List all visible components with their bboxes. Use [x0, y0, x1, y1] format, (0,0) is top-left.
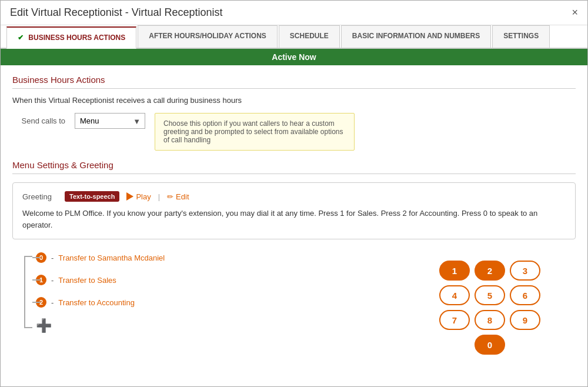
menu-item-link-0[interactable]: Transfer to Samantha Mcdaniel	[58, 253, 165, 262]
active-now-text: Active Now	[272, 52, 316, 62]
numpad-7[interactable]: 7	[439, 310, 470, 330]
send-calls-select-wrapper: Menu Voicemail Extension ▼	[75, 113, 145, 129]
tabs-container: ✔ BUSINESS HOURS ACTIONS AFTER HOURS/HOL…	[1, 25, 587, 49]
send-calls-label: Send calls to	[12, 113, 65, 125]
add-menu-item-button[interactable]: ➕	[36, 316, 427, 336]
greeting-text: Welcome to PLM Office. If you know your …	[22, 208, 566, 231]
menu-item-link-2[interactable]: Transfer to Accounting	[58, 298, 135, 307]
play-button[interactable]: Play	[126, 192, 151, 201]
numpad: 1 2 3 4 5 6 7 8 9 0	[427, 255, 552, 361]
bracket-top	[24, 256, 32, 257]
menu-item-2: 2 - Transfer to Accounting	[36, 293, 427, 311]
menu-items-area: 0 - Transfer to Samantha Mcdaniel 1 - Tr…	[12, 249, 576, 361]
menu-item-0: 0 - Transfer to Samantha Mcdaniel	[36, 249, 427, 266]
greeting-box: Greeting Text-to-speech Play | ✏ Edit We…	[12, 182, 576, 239]
tick-0	[32, 257, 41, 258]
active-now-bar: Active Now	[1, 49, 587, 65]
numpad-6[interactable]: 6	[510, 285, 540, 305]
tab-settings[interactable]: SETTINGS	[492, 25, 550, 48]
tick-2	[32, 302, 41, 303]
play-icon	[126, 192, 133, 201]
main-window: Edit Virtual Receptionist - Virtual Rece…	[0, 0, 588, 387]
check-icon: ✔	[18, 34, 24, 42]
tab-business-hours[interactable]: ✔ BUSINESS HOURS ACTIONS	[6, 26, 136, 49]
numpad-1[interactable]: 1	[439, 261, 470, 281]
numpad-5[interactable]: 5	[475, 285, 505, 305]
window-title: Edit Virtual Receptionist - Virtual Rece…	[10, 6, 223, 19]
business-hours-subtitle: When this Virtual Receptionist receives …	[12, 96, 576, 105]
tick-1	[32, 279, 41, 281]
bracket-vertical	[24, 256, 25, 328]
numpad-4[interactable]: 4	[439, 285, 470, 305]
pencil-icon: ✏	[167, 192, 173, 201]
numpad-3[interactable]: 3	[510, 261, 540, 281]
bracket-bottom	[24, 327, 32, 328]
menu-section-title: Menu Settings & Greeting	[12, 160, 576, 174]
tts-badge: Text-to-speech	[65, 191, 119, 202]
numpad-2[interactable]: 2	[475, 261, 505, 281]
menu-list-container: 0 - Transfer to Samantha Mcdaniel 1 - Tr…	[12, 249, 427, 361]
content-area: Business Hours Actions When this Virtual…	[1, 65, 587, 370]
tab-after-hours[interactable]: AFTER HOURS/HOLIDAY ACTIONS	[138, 25, 278, 48]
info-box: Choose this option if you want callers t…	[155, 113, 355, 151]
title-bar: Edit Virtual Receptionist - Virtual Rece…	[1, 1, 587, 25]
tab-schedule[interactable]: SCHEDULE	[279, 25, 340, 48]
close-button[interactable]: ×	[572, 6, 578, 19]
send-calls-row: Send calls to Menu Voicemail Extension ▼…	[12, 113, 576, 151]
greeting-label: Greeting	[22, 192, 58, 201]
divider: |	[158, 192, 160, 201]
edit-link[interactable]: ✏ Edit	[167, 192, 189, 201]
tab-basic-info[interactable]: BASIC INFORMATION AND NUMBERS	[341, 25, 491, 48]
greeting-row: Greeting Text-to-speech Play | ✏ Edit	[22, 191, 566, 202]
menu-item-link-1[interactable]: Transfer to Sales	[58, 276, 116, 285]
numpad-9[interactable]: 9	[510, 310, 540, 330]
numpad-8[interactable]: 8	[475, 310, 505, 330]
numpad-0[interactable]: 0	[475, 335, 505, 355]
send-calls-select[interactable]: Menu Voicemail Extension	[75, 113, 145, 129]
numpad-container: 1 2 3 4 5 6 7 8 9 0	[427, 249, 564, 361]
menu-item-1: 1 - Transfer to Sales	[36, 271, 427, 289]
business-hours-title: Business Hours Actions	[12, 75, 576, 89]
